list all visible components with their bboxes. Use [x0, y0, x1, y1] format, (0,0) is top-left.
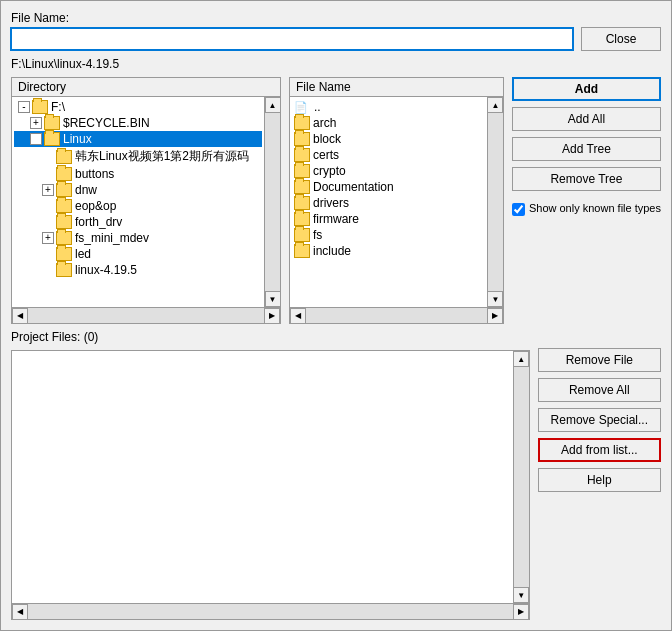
file-scroll-down[interactable]: ▼	[487, 291, 503, 307]
file-item-include[interactable]: include	[292, 243, 485, 259]
folder-icon-chinese	[56, 150, 72, 164]
proj-scroll-down[interactable]: ▼	[513, 587, 529, 603]
tree-item-forth[interactable]: forth_drv	[14, 214, 262, 230]
label-recycle: $RECYCLE.BIN	[63, 116, 150, 130]
folder-icon-eop	[56, 199, 72, 213]
remove-tree-button[interactable]: Remove Tree	[512, 167, 661, 191]
file-name-label: File Name:	[11, 11, 661, 25]
project-files-list[interactable]	[12, 351, 513, 603]
tree-item-led[interactable]: led	[14, 246, 262, 262]
expand-linux[interactable]: -	[30, 133, 42, 145]
proj-scroll-right[interactable]: ▶	[513, 604, 529, 620]
remove-all-button[interactable]: Remove All	[538, 378, 661, 402]
tree-item-drive-f[interactable]: - F:\	[14, 99, 262, 115]
label-buttons: buttons	[75, 167, 114, 181]
tree-item-linux495[interactable]: linux-4.19.5	[14, 262, 262, 278]
label-arch: arch	[313, 116, 336, 130]
folder-icon-arch	[294, 116, 310, 130]
file-name-section: File Name: Close	[11, 11, 661, 51]
file-scroll-up[interactable]: ▲	[487, 97, 503, 113]
folder-icon-drivers	[294, 196, 310, 210]
folder-icon-firmware	[294, 212, 310, 226]
tree-item-eop[interactable]: eop&op	[14, 198, 262, 214]
label-dotdot: ..	[314, 100, 321, 114]
tree-item-chinese[interactable]: 韩东Linux视频第1第2期所有源码	[14, 147, 262, 166]
project-files-panel: ▲ ▼ ◀ ▶	[11, 350, 530, 620]
dir-scroll-left[interactable]: ◀	[12, 308, 28, 324]
label-forth: forth_drv	[75, 215, 122, 229]
add-all-button[interactable]: Add All	[512, 107, 661, 131]
file-vscroll[interactable]: ▲ ▼	[487, 97, 503, 307]
label-certs: certs	[313, 148, 339, 162]
close-button[interactable]: Close	[581, 27, 661, 51]
project-hscroll[interactable]: ◀ ▶	[12, 603, 529, 619]
expand-fsmini[interactable]: +	[42, 232, 54, 244]
file-item-certs[interactable]: certs	[292, 147, 485, 163]
right-button-group-top: Add Add All Add Tree Remove Tree Show on…	[512, 77, 661, 324]
folder-icon-linux	[44, 132, 60, 146]
file-hscroll[interactable]: ◀ ▶	[290, 307, 503, 323]
file-item-firmware[interactable]: firmware	[292, 211, 485, 227]
label-chinese: 韩东Linux视频第1第2期所有源码	[75, 148, 249, 165]
folder-icon-certs	[294, 148, 310, 162]
show-known-types-label: Show only known file types	[529, 201, 661, 215]
help-button[interactable]: Help	[538, 468, 661, 492]
directory-tree[interactable]: - F:\ + $RECYCLE.BIN - Linux	[12, 97, 264, 307]
tree-item-dnw[interactable]: + dnw	[14, 182, 262, 198]
filename-panel-header: File Name	[290, 78, 503, 97]
file-item-crypto[interactable]: crypto	[292, 163, 485, 179]
label-firmware: firmware	[313, 212, 359, 226]
folder-icon-block	[294, 132, 310, 146]
tree-item-recycle[interactable]: + $RECYCLE.BIN	[14, 115, 262, 131]
label-led: led	[75, 247, 91, 261]
file-item-fs[interactable]: fs	[292, 227, 485, 243]
filename-tree[interactable]: 📄 .. arch block certs	[290, 97, 487, 307]
dir-vscroll[interactable]: ▲ ▼	[264, 97, 280, 307]
directory-panel: Directory - F:\ + $RECYCLE.BIN -	[11, 77, 281, 324]
dir-hscroll-track[interactable]	[28, 308, 264, 323]
folder-icon-linux495	[56, 263, 72, 277]
add-from-list-button[interactable]: Add from list...	[538, 438, 661, 462]
file-scroll-track[interactable]	[488, 113, 503, 291]
filename-panel: File Name 📄 .. arch block	[289, 77, 504, 324]
file-item-block[interactable]: block	[292, 131, 485, 147]
proj-scroll-up[interactable]: ▲	[513, 351, 529, 367]
dir-scroll-track[interactable]	[265, 113, 280, 291]
file-item-arch[interactable]: arch	[292, 115, 485, 131]
add-tree-button[interactable]: Add Tree	[512, 137, 661, 161]
remove-file-button[interactable]: Remove File	[538, 348, 661, 372]
label-drivers: drivers	[313, 196, 349, 210]
dir-scroll-down[interactable]: ▼	[265, 291, 281, 307]
dir-hscroll[interactable]: ◀ ▶	[12, 307, 280, 323]
tree-item-buttons[interactable]: buttons	[14, 166, 262, 182]
label-documentation: Documentation	[313, 180, 394, 194]
file-hscroll-track[interactable]	[306, 308, 487, 323]
tree-item-fsmini[interactable]: + fs_mini_mdev	[14, 230, 262, 246]
file-scroll-left[interactable]: ◀	[290, 308, 306, 324]
file-item-documentation[interactable]: Documentation	[292, 179, 485, 195]
file-name-input[interactable]	[11, 28, 573, 50]
dir-scroll-up[interactable]: ▲	[265, 97, 281, 113]
project-vscroll[interactable]: ▲ ▼	[513, 351, 529, 603]
file-scroll-right[interactable]: ▶	[487, 308, 503, 324]
current-path: F:\Linux\linux-4.19.5	[11, 57, 661, 71]
expand-f[interactable]: -	[18, 101, 30, 113]
dir-scroll-right[interactable]: ▶	[264, 308, 280, 324]
remove-special-button[interactable]: Remove Special...	[538, 408, 661, 432]
file-item-dotdot[interactable]: 📄 ..	[292, 99, 485, 115]
proj-scroll-left[interactable]: ◀	[12, 604, 28, 620]
label-linux: Linux	[63, 132, 92, 146]
file-item-drivers[interactable]: drivers	[292, 195, 485, 211]
add-button[interactable]: Add	[512, 77, 661, 101]
show-known-types-row: Show only known file types	[512, 201, 661, 216]
tree-item-linux[interactable]: - Linux	[14, 131, 262, 147]
label-fs: fs	[313, 228, 322, 242]
dotdot-icon: 📄	[294, 101, 312, 114]
label-eop: eop&op	[75, 199, 116, 213]
proj-scroll-track[interactable]	[514, 367, 529, 587]
expand-dnw[interactable]: +	[42, 184, 54, 196]
expand-recycle[interactable]: +	[30, 117, 42, 129]
folder-icon-led	[56, 247, 72, 261]
proj-hscroll-track[interactable]	[28, 604, 513, 619]
show-known-types-checkbox[interactable]	[512, 203, 525, 216]
